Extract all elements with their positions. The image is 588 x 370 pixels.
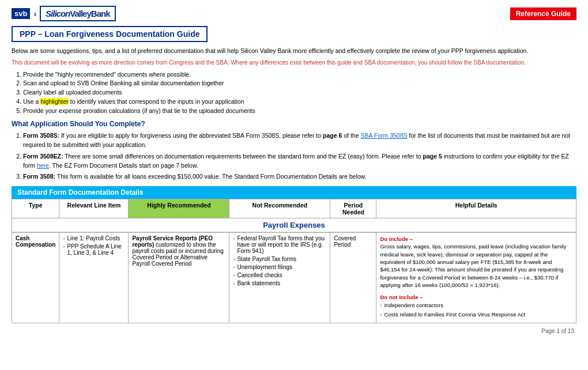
sba-form-link[interactable]: SBA Form 3508S (360, 132, 407, 139)
notice-text: This document will be evolving as more d… (12, 59, 576, 67)
col-period-needed: Period Needed (330, 199, 376, 218)
line-item-cell: ›Line 1: Payroll Costs ›PPP Schedule A L… (59, 233, 129, 323)
period-needed-cell: Covered Period (330, 233, 376, 323)
do-not-include-item-2: ›Costs related to Families First Corona … (380, 311, 572, 319)
silicon-valley-bank-logo: SiliconValleyBank (46, 9, 110, 18)
highlighter-highlight: highlighter (40, 98, 68, 105)
instruction-3: Clearly label all uploaded documents (23, 88, 576, 97)
do-not-include-item-1: ›Independent contractors (380, 301, 572, 309)
documentation-table: Type Relevant Line Item Highly Recommend… (12, 199, 576, 323)
helpful-details-cell: Do include – Gross salary, wages, tips, … (376, 233, 576, 323)
what-app-item-2: Form 3508EZ: There are some small differ… (23, 152, 576, 171)
standard-form-banner: Standard Form Documentation Details (12, 186, 576, 199)
what-app-heading: What Application Should You Complete? (12, 120, 576, 128)
form-3508ez-label: Form 3508EZ: (23, 153, 63, 160)
intro-text: Below are some suggestions, tips, and a … (12, 47, 576, 55)
not-recommended-cell: ›Federal Payroll Tax forms that you have… (229, 233, 330, 323)
table-row: CashCompensation ›Line 1: Payroll Costs … (12, 233, 576, 323)
instruction-4: Use a highlighter to identify values tha… (23, 97, 576, 107)
highly-recommended-cell: Payroll Service Reports (PEO reports) cu… (129, 233, 229, 323)
here-link[interactable]: here (37, 162, 49, 169)
col-helpful-details: Helpful Details (376, 199, 576, 218)
col-type: Type (12, 199, 59, 218)
page-header: svb › SiliconValleyBank Reference Guide (12, 6, 576, 21)
doc-title: PPP – Loan Forgiveness Documentation Gui… (20, 29, 199, 39)
svb-logo: svb (12, 8, 30, 19)
instruction-5: Provide your expense proration calculati… (23, 107, 576, 116)
instruction-2: Scan and upload to SVB Online Banking al… (23, 79, 576, 88)
doc-title-box: PPP – Loan Forgiveness Documentation Gui… (12, 26, 208, 42)
payroll-expenses-heading: Payroll Expenses (12, 218, 576, 232)
type-cell: CashCompensation (12, 233, 59, 323)
page-footer: Page 1 of 13 (12, 328, 576, 334)
chevron-right-icon: › (33, 9, 36, 18)
do-include-text: Gross salary, wages, tips, commissions, … (380, 243, 566, 288)
what-app-section: What Application Should You Complete? Fo… (12, 120, 576, 182)
col-line-item: Relevant Line Item (59, 199, 129, 218)
reference-guide-badge: Reference Guide (510, 7, 576, 20)
do-include-label: Do include – (380, 236, 412, 242)
what-app-item-3: Form 3508: This form is available for al… (23, 172, 576, 182)
instruction-1: Provide the "highly recommended" documen… (23, 70, 576, 80)
col-not-recommended: Not Recommended (229, 199, 330, 218)
form-3508s-label: Form 3508S: (23, 132, 59, 139)
form-3508-label: Form 3508: (23, 173, 55, 180)
what-app-item-1: Form 3508S: If you are eligible to apply… (23, 131, 576, 150)
table-header-row: Type Relevant Line Item Highly Recommend… (12, 199, 576, 218)
instructions-list: Provide the "highly recommended" documen… (12, 70, 576, 116)
logo-area: svb › SiliconValleyBank (12, 6, 116, 21)
payroll-heading-row: Payroll Expenses (12, 218, 576, 233)
do-not-include-label: Do not include – (380, 293, 572, 301)
col-highly-recommended: Highly Recommended (129, 199, 229, 218)
